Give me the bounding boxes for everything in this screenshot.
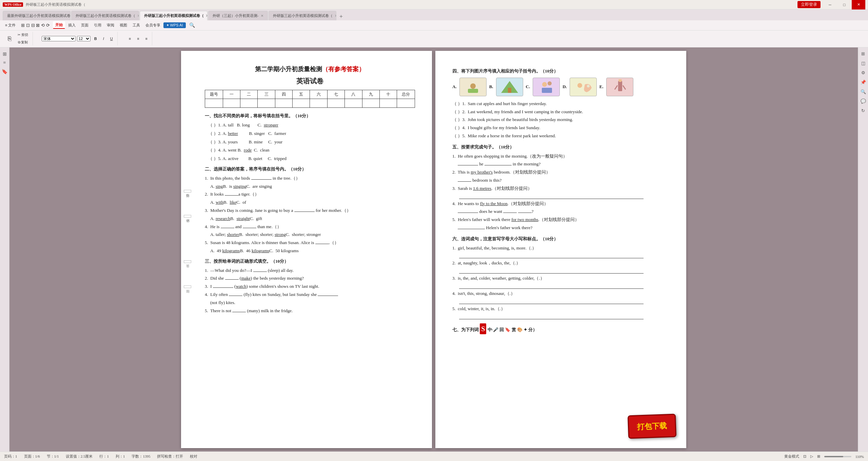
img-c <box>533 78 560 96</box>
right-sidebar-icon-4[interactable]: 📌 <box>860 79 867 86</box>
section6: 六、连词成句，注意首写字母大小写和标点。（10分） 1. girl, beaut… <box>452 236 669 319</box>
section2-title: 二、选择正确的答案，将序号填在括号内。（10分） <box>205 166 415 173</box>
font-bold-button[interactable]: B <box>92 36 99 42</box>
ribbon-tab-page[interactable]: 页面 <box>79 22 91 29</box>
label-qi: 期 <box>184 285 191 288</box>
s2-q1-blank <box>251 179 272 180</box>
sidebar-nav-icon[interactable]: ⊞ <box>1 50 8 58</box>
tab-add-button[interactable]: ＋ <box>337 12 345 20</box>
img-a <box>459 78 487 96</box>
score-header-11: 总分 <box>397 90 415 99</box>
ribbon-tab-tools[interactable]: 工具 <box>130 22 142 29</box>
score-cell-8 <box>345 99 362 107</box>
right-sidebar-icon-3[interactable]: ⚙ <box>860 69 867 77</box>
s1-q1: （ ）1. A. tall B. long C. stronger <box>205 122 415 129</box>
right-sidebar-icon-6[interactable]: 💬 <box>860 98 867 105</box>
view-icon-2[interactable]: ▷ <box>810 454 813 459</box>
ribbon-tab-review[interactable]: 审阅 <box>104 22 117 29</box>
s6-q3-line <box>459 283 644 289</box>
score-cell-7 <box>327 99 344 107</box>
tab-2[interactable]: 外研版三起小升初英语模拟测试卷（ ✕ <box>71 11 139 20</box>
font-italic-button[interactable]: I <box>101 36 106 42</box>
s6-q3: 3. is, the, and, colder, weather, gettin… <box>452 275 669 282</box>
top-bar-filename: 外研板三起小升初英语模拟测试卷（ <box>26 2 85 7</box>
ribbon-tab-file[interactable]: ≡ 文件 <box>3 22 18 29</box>
right-page: 四、将下列图片序号填入相应的句子括号内。（10分） A. B. C. D. <box>435 51 686 448</box>
align-left-button[interactable]: ≡ <box>126 36 133 42</box>
minimize-button[interactable]: ─ <box>823 0 837 9</box>
right-sidebar-icon-2[interactable]: ◫ <box>860 60 867 67</box>
label-pingshu: 评书 <box>184 215 191 218</box>
s4-q1: （ ）1. Sam cut apples and hurt his finger… <box>452 100 669 107</box>
s5-q2-ans: bedroom is this? <box>452 177 669 184</box>
score-header-7: 七 <box>327 90 344 99</box>
top-bar: WPS Office 外研板三起小升初英语模拟测试卷（ 立即登录 ─ □ ✕ <box>0 0 868 9</box>
right-sidebar-icon-1[interactable]: ⊞ <box>860 50 867 58</box>
ribbon-tab-reference[interactable]: 引用 <box>92 22 104 29</box>
tab-4[interactable]: 外研（三起）小升初英语测- ✕ <box>208 11 268 20</box>
view-icon-3[interactable]: ⊞ <box>817 454 820 459</box>
score-cell-9 <box>362 99 379 107</box>
tab-4-close[interactable]: ✕ <box>261 14 263 18</box>
status-page: 页码：1 <box>4 454 17 459</box>
tab-5[interactable]: 外研版三起小升初英语模拟测试卷（ ✕ <box>269 11 336 20</box>
ribbon-tab-home[interactable]: 开始 <box>53 21 65 29</box>
title-text: 第二学期小升初质量检测 <box>255 66 322 73</box>
ribbon-btn-cut[interactable]: ✂ 剪切 <box>15 32 31 38</box>
download-button[interactable]: 打包下载 <box>628 414 676 439</box>
s3-q3: 3. I (watch) some children's shows on TV… <box>205 283 415 290</box>
ribbon-tab-insert[interactable]: 插入 <box>66 22 78 29</box>
left-page: 分数 评书 签 期 第二学期小升初质量检测（有参考答案） 英语试卷 题号 一 二 <box>181 51 432 448</box>
img-e <box>606 78 633 96</box>
s6-q2-line <box>459 268 644 274</box>
sidebar-bookmark-icon[interactable]: 🔖 <box>1 68 8 75</box>
s6-q4: 4. isn't, this, strong, dinosaur,（.） <box>452 290 669 297</box>
score-cell-3 <box>258 99 275 107</box>
tab-2-close[interactable]: ✕ <box>137 14 139 18</box>
align-center-button[interactable]: ≡ <box>135 36 141 42</box>
ribbon-toolbar-icons[interactable]: ⊞ ⊡ ⊟ ⊠ ⟲ ⟳ <box>19 22 52 29</box>
ribbon-tab-view[interactable]: 视图 <box>117 22 130 29</box>
search-icon[interactable]: 🔍 <box>189 22 195 28</box>
score-header-6: 六 <box>310 90 327 99</box>
s3-q1: 1. —What did you do?—I (sleep) all day. <box>205 267 415 274</box>
doc-main-title: 第二学期小升初质量检测（有参考答案） <box>205 64 415 74</box>
login-button[interactable]: 立即登录 <box>797 1 821 8</box>
close-button[interactable]: ✕ <box>852 0 865 9</box>
font-underline-button[interactable]: U <box>108 36 115 42</box>
img-label-c: C. <box>526 83 530 91</box>
doc-subtitle: 英语试卷 <box>205 76 415 86</box>
label-fenshu: 分数 <box>184 190 191 193</box>
ribbon-tab-member[interactable]: 会员专享 <box>143 22 163 29</box>
ribbon-btn-paste[interactable]: ⎘ <box>5 34 14 43</box>
ribbon-group-clipboard: ⎘ ✂ 剪切 ⧉ 复制 <box>3 32 33 45</box>
score-cell-4 <box>275 99 292 107</box>
tab-3-close[interactable]: ✕ <box>206 14 208 18</box>
tab-1[interactable]: 最新外研版三起小升初英语模拟测试卷（ ✕ <box>3 11 71 20</box>
align-right-button[interactable]: ≡ <box>143 36 150 42</box>
font-size-select[interactable]: 12 <box>77 36 91 41</box>
section3-title: 三、按所给单词的正确形式填空。（10分） <box>205 258 415 265</box>
s5-q5-ans: Helen's father work there? <box>452 224 669 232</box>
right-sidebar-icon-5[interactable]: 🔍 <box>860 88 867 96</box>
view-icon-1[interactable]: ⊡ <box>803 454 806 459</box>
score-header-2: 二 <box>240 90 258 99</box>
ribbon-btn-copy[interactable]: ⧉ 复制 <box>15 39 31 46</box>
right-sidebar-icon-7[interactable]: ↻ <box>860 107 867 115</box>
tab-3[interactable]: 外研版三起小升初英语模拟测试卷（ ✕ <box>140 11 208 20</box>
window-controls: ─ □ ✕ <box>823 0 865 9</box>
ribbon-tab-ai[interactable]: ✦ WPS AI <box>163 22 186 28</box>
score-header-10: 十 <box>379 90 397 99</box>
font-family-select[interactable]: 宋体 <box>42 36 76 41</box>
sidebar-outline-icon[interactable]: ≡ <box>1 59 8 66</box>
svg-point-11 <box>577 83 582 88</box>
tab-5-close[interactable]: ✕ <box>335 14 336 18</box>
section1: 一、找出不同类的单词，将标号填在括号里。（10分） （ ）1. A. tall … <box>205 113 415 162</box>
score-header-8: 八 <box>345 90 362 99</box>
score-header-0: 题号 <box>205 90 223 99</box>
section7-title: 七、为下列词 S 中·🎤 回 🔖 赏 🎨 ✦ 分） <box>452 323 669 334</box>
status-bar-right: 黄金模式 ⊡ ▷ ⊞ 110% <box>784 454 864 459</box>
s5-q3: 3. Sarah is 1.6 metres.（对划线部分提问） <box>452 185 669 192</box>
score-cell-1 <box>223 99 240 107</box>
maximize-button[interactable]: □ <box>837 0 851 9</box>
